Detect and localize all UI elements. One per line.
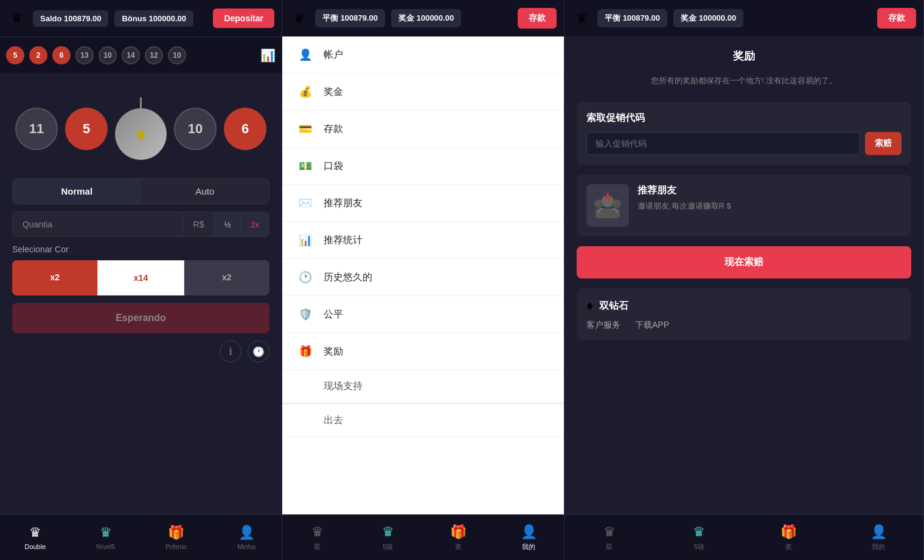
middle-bottom-nav: ♛ 双 ♛ 5级 🎁 奖 👤 我的 [282,514,564,560]
mode-tabs: Normal Auto [12,178,269,204]
menu-support-label: 现场支持 [324,380,363,393]
nav-right-double[interactable]: ♛ 双 [564,515,655,560]
promo-submit-btn[interactable]: 索赔 [865,132,901,155]
nav-premio-icon: 🎁 [168,525,184,541]
claim-btn[interactable]: 现在索赔 [577,246,911,278]
right-panel: ♛ 平衡 100879.00 奖金 100000.00 存款 奖励 您所有的奖励… [564,0,924,560]
menu-history-label: 历史悠久的 [324,271,372,284]
nav-premio-label: Prêmio [165,543,187,550]
pocket-icon: 💵 [297,157,314,175]
color-dark-btn[interactable]: x2 [184,260,269,296]
double-button[interactable]: 2x [240,213,269,237]
referral-description: 邀请朋友,每次邀请赚取R $ [637,201,731,212]
nav-middle-my[interactable]: 👤 我的 [493,515,564,560]
nav-middle-level5[interactable]: ♛ 5级 [353,515,423,560]
right-content: 奖励 您所有的奖励都保存在一个地方! 没有比这容易的了。 索取促销代码 索赔 [564,36,923,514]
diamond-section: ♦ 双钻石 客户服务 下载APP [577,288,911,340]
refer-icon: ✉️ [297,195,314,212]
menu-stats[interactable]: 📊 推荐统计 [282,222,564,259]
nav-premio[interactable]: 🎁 Prêmio [141,515,212,560]
menu-refer[interactable]: ✉️ 推荐朋友 [282,185,564,222]
saldo-box: Saldo 100879.00 [33,10,108,27]
left-header: ♛ Saldo 100879.00 Bônus 100000.00 Deposi… [0,0,282,36]
menu-support[interactable]: 现场支持 [282,370,564,403]
mode-auto[interactable]: Auto [141,179,269,204]
referral-text: 推荐朋友 邀请朋友,每次邀请赚取R $ [637,184,731,212]
ball-10b: 10 [168,46,186,64]
mode-normal[interactable]: Normal [13,179,141,204]
menu-bonus[interactable]: 💰 奖金 [282,74,564,111]
deposit-button-middle[interactable]: 存款 [518,8,557,29]
bonus-box: Bônus 100000.00 [114,10,193,27]
svg-point-3 [613,199,621,208]
nav-double[interactable]: ♛ Double [0,515,71,560]
left-bottom-nav: ♛ Double ♛ Nível5 🎁 Prêmio 👤 Minha [0,514,282,560]
amount-label: Quantia [13,212,183,237]
game-area: 11 5 ♦ 10 6 Normal Auto Quantia R$ ½ [0,73,282,514]
menu-logout[interactable]: 出去 [282,403,564,437]
menu-logout-label: 出去 [324,414,343,427]
menu-account[interactable]: 👤 帐户 [282,36,564,74]
deposit-button-left[interactable]: Depositar [213,9,274,28]
nav-right-level5[interactable]: ♛ 5级 [655,515,745,560]
nav-minha-icon: 👤 [238,525,255,541]
diamond-icon: ♦ [586,298,593,314]
nav-minha-label: Minha [237,543,255,550]
nav-middle-reward[interactable]: 🎁 奖 [423,515,494,560]
amount-row: Quantia R$ ½ 2x [12,212,269,237]
deposit-button-right[interactable]: 存款 [877,8,916,29]
account-icon: 👤 [297,46,314,63]
amount-currency: R$ [183,212,214,237]
nav-minha[interactable]: 👤 Minha [211,515,282,560]
crown-icon-middle: ♛ [290,9,309,28]
ball-6: 6 [52,46,71,64]
amount-buttons: ½ 2x [214,213,269,237]
menu-pocket[interactable]: 💵 口袋 [282,148,564,185]
ball-13: 13 [75,46,94,64]
nav-right-my-icon: 👤 [870,524,887,540]
referral-title: 推荐朋友 [637,184,731,197]
nav-nivel5-label: Nível5 [96,543,115,550]
roulette-ball-10: 10 [174,108,217,150]
nav-right-double-label: 双 [606,542,613,551]
ball-14: 14 [122,46,140,64]
menu-bonus-label: 奖金 [324,86,343,99]
menu-rewards-label: 奖励 [324,345,343,358]
nav-right-level5-icon: ♛ [693,524,705,540]
bet-submit-btn: Esperando [12,303,269,333]
menu-refer-label: 推荐朋友 [324,197,363,210]
roulette-ball-6: 6 [224,108,266,150]
menu-deposit[interactable]: 💳 存款 [282,111,564,148]
chart-icon[interactable]: 📊 [260,48,276,63]
nav-right-reward-label: 奖 [785,542,792,551]
menu-fair[interactable]: 🛡️ 公平 [282,296,564,333]
download-app-link[interactable]: 下载APP [635,320,669,331]
nav-nivel5[interactable]: ♛ Nível5 [71,515,141,560]
nav-double-label: Double [24,543,46,550]
stats-icon: 📊 [297,232,314,249]
nav-right-reward[interactable]: 🎁 奖 [744,515,834,560]
right-bonus-box: 奖金 100000.00 [673,9,743,27]
menu-deposit-label: 存款 [324,123,343,136]
menu-history[interactable]: 🕐 历史悠久的 [282,259,564,296]
promo-input[interactable] [586,132,860,155]
nav-mid-double-icon: ♛ [311,524,324,540]
promo-title: 索取促销代码 [586,112,901,125]
left-panel: ♛ Saldo 100879.00 Bônus 100000.00 Deposi… [0,0,282,560]
referral-section: 推荐朋友 邀请朋友,每次邀请赚取R $ [577,175,911,237]
nav-middle-double[interactable]: ♛ 双 [282,515,353,560]
nav-mid-reward-label: 奖 [455,542,462,551]
color-red-btn[interactable]: x2 [12,260,97,296]
nav-right-my[interactable]: 👤 我的 [834,515,924,560]
menu-rewards[interactable]: 🎁 奖励 [282,333,564,370]
nav-right-reward-icon: 🎁 [780,524,797,540]
customer-service-link[interactable]: 客户服务 [586,320,620,331]
half-button[interactable]: ½ [214,213,240,237]
nav-mid-double-label: 双 [314,542,321,551]
info-icon-btn[interactable]: ℹ [220,340,241,362]
bet-controls: Normal Auto Quantia R$ ½ 2x Selecionar C… [6,178,276,340]
roulette-ball-center: ♦ [115,108,167,160]
history-icon-btn[interactable]: 🕐 [248,340,269,362]
crown-icon-left: ♛ [7,9,27,28]
color-white-btn[interactable]: x14 [97,260,184,296]
